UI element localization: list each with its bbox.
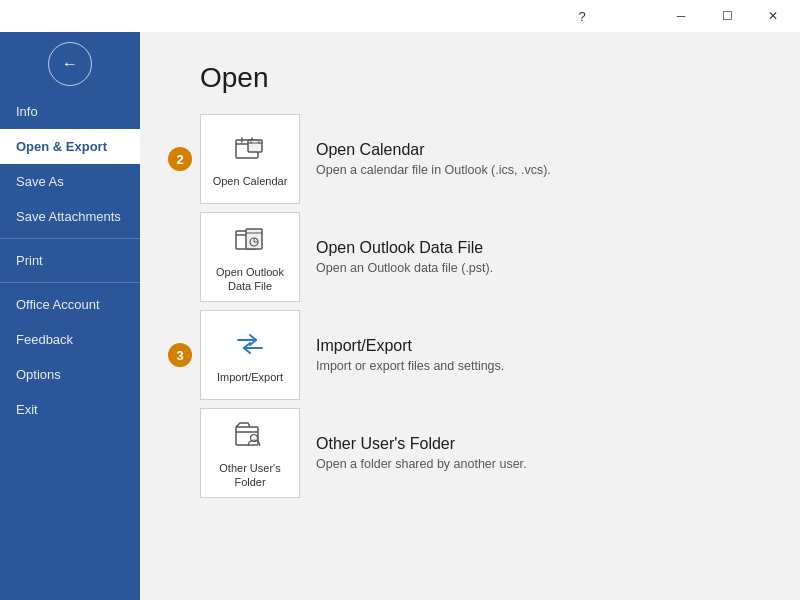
- option-title-open-calendar: Open Calendar: [316, 141, 551, 159]
- option-card-label-open-calendar: Open Calendar: [213, 174, 288, 188]
- back-icon: ←: [62, 55, 78, 73]
- option-row: 3 Import/ExportImport/ExportImport or ex…: [200, 310, 760, 400]
- folder-outlook-icon: [234, 223, 266, 259]
- option-desc-open-outlook-data: Open Outlook Data FileOpen an Outlook da…: [316, 239, 493, 275]
- page-title: Open: [200, 62, 760, 94]
- option-desc-other-users-folder: Other User's FolderOpen a folder shared …: [316, 435, 527, 471]
- svg-rect-3: [248, 140, 262, 152]
- badge-import-export: 3: [168, 343, 192, 367]
- sidebar-item-save-as[interactable]: Save As: [0, 164, 140, 199]
- sidebar-item-print[interactable]: Print: [0, 243, 140, 278]
- sidebar-item-info[interactable]: Info: [0, 94, 140, 129]
- option-title-open-outlook-data: Open Outlook Data File: [316, 239, 493, 257]
- close-button[interactable]: ✕: [750, 0, 796, 32]
- options-list: 2 Open CalendarOpen CalendarOpen a calen…: [200, 114, 760, 498]
- option-title-other-users-folder: Other User's Folder: [316, 435, 527, 453]
- option-card-open-calendar[interactable]: Open Calendar: [200, 114, 300, 204]
- option-row: Other User's FolderOther User's FolderOp…: [200, 408, 760, 498]
- titlebar: ? ─ ☐ ✕: [0, 0, 800, 32]
- folder-cal-icon: [234, 132, 266, 168]
- sidebar-item-feedback[interactable]: Feedback: [0, 322, 140, 357]
- option-title-import-export: Import/Export: [316, 337, 504, 355]
- option-desc-import-export: Import/ExportImport or export files and …: [316, 337, 504, 373]
- user-folder-icon: [234, 419, 266, 455]
- sidebar-item-options[interactable]: Options: [0, 357, 140, 392]
- option-description-open-outlook-data: Open an Outlook data file (.pst).: [316, 261, 493, 275]
- sidebar-item-open-export[interactable]: Open & Export: [0, 129, 140, 164]
- sidebar-divider: [0, 238, 140, 239]
- option-desc-open-calendar: Open CalendarOpen a calendar file in Out…: [316, 141, 551, 177]
- option-card-other-users-folder[interactable]: Other User's Folder: [200, 408, 300, 498]
- option-card-import-export[interactable]: Import/Export: [200, 310, 300, 400]
- sidebar-item-save-attachments[interactable]: Save Attachments: [0, 199, 140, 234]
- option-row: 2 Open CalendarOpen CalendarOpen a calen…: [200, 114, 760, 204]
- sidebar-item-office-account[interactable]: Office Account: [0, 287, 140, 322]
- help-button[interactable]: ?: [566, 0, 598, 32]
- option-row: Open Outlook Data FileOpen Outlook Data …: [200, 212, 760, 302]
- main-content: Open 2 Open CalendarOpen CalendarOpen a …: [140, 32, 800, 600]
- badge-open-calendar: 2: [168, 147, 192, 171]
- maximize-button[interactable]: ☐: [704, 0, 750, 32]
- option-description-import-export: Import or export files and settings.: [316, 359, 504, 373]
- svg-rect-13: [236, 427, 258, 445]
- minimize-button[interactable]: ─: [658, 0, 704, 32]
- option-description-other-users-folder: Open a folder shared by another user.: [316, 457, 527, 471]
- sidebar: ← InfoOpen & ExportSave AsSave Attachmen…: [0, 32, 140, 600]
- import-export-icon: [234, 328, 266, 364]
- option-card-label-import-export: Import/Export: [217, 370, 283, 384]
- option-card-label-open-outlook-data: Open Outlook Data File: [207, 265, 293, 294]
- back-button[interactable]: ←: [48, 42, 92, 86]
- option-card-label-other-users-folder: Other User's Folder: [207, 461, 293, 490]
- option-description-open-calendar: Open a calendar file in Outlook (.ics, .…: [316, 163, 551, 177]
- sidebar-item-exit[interactable]: Exit: [0, 392, 140, 427]
- sidebar-divider: [0, 282, 140, 283]
- option-card-open-outlook-data[interactable]: Open Outlook Data File: [200, 212, 300, 302]
